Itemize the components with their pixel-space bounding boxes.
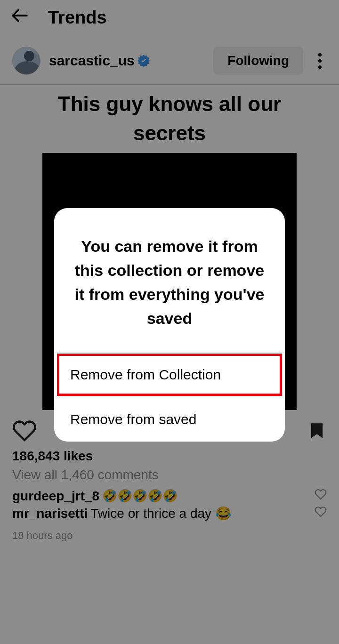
remove-from-collection-button[interactable]: Remove from Collection <box>54 352 285 397</box>
remove-from-saved-button[interactable]: Remove from saved <box>54 397 285 442</box>
remove-dialog: You can remove it from this collection o… <box>54 208 285 442</box>
dialog-title: You can remove it from this collection o… <box>54 208 285 352</box>
